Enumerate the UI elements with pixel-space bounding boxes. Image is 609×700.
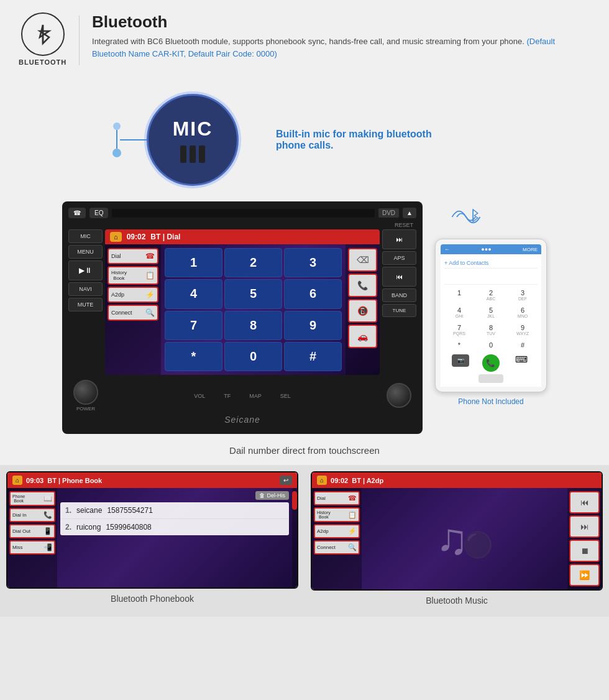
key-5[interactable]: 5 bbox=[224, 279, 282, 308]
bluetooth-icon-wrap: BLUETOOTH bbox=[19, 12, 66, 66]
phone-key-hash[interactable]: # bbox=[508, 339, 538, 351]
header-divider bbox=[79, 16, 80, 65]
contact-item-1[interactable]: 1. seicane 15875554271 bbox=[60, 502, 289, 519]
power-knob[interactable] bbox=[73, 380, 98, 405]
history-book-btn[interactable]: HistoryBook 📋 bbox=[108, 266, 158, 285]
phone-key-2[interactable]: 2ABC bbox=[476, 287, 506, 303]
music-dial-btn[interactable]: Dial ☎ bbox=[314, 491, 360, 505]
del-his-btn[interactable]: 🗑 Del-His bbox=[255, 491, 289, 500]
music-home-btn[interactable]: ⌂ bbox=[317, 476, 327, 485]
key-4[interactable]: 4 bbox=[165, 279, 222, 308]
menu-btn[interactable]: MENU bbox=[68, 245, 103, 259]
hangup-btn[interactable]: 📵 bbox=[348, 299, 377, 323]
key-1[interactable]: 1 bbox=[165, 248, 222, 277]
phonebook-content: 🗑 Del-His 1. seicane 15875554271 2. ruic… bbox=[57, 488, 292, 587]
unit-top-bar: ☎ EQ DVD ▲ bbox=[68, 208, 416, 218]
mute-btn[interactable]: MUTE bbox=[68, 298, 103, 311]
mic-bar-1 bbox=[180, 145, 186, 163]
mic-bar-2 bbox=[190, 145, 196, 163]
dial-in-btn[interactable]: Dial In 📞 bbox=[9, 508, 55, 522]
key-0[interactable]: 0 bbox=[224, 342, 282, 371]
phone-back-btn[interactable]: ☎ bbox=[68, 208, 86, 218]
dial-btn[interactable]: Dial ☎ bbox=[108, 248, 158, 264]
phone-bottom-btns: 📷 📞 ⌨ bbox=[444, 354, 538, 372]
screen-time: 09:02 bbox=[127, 233, 146, 241]
a2dp-btn[interactable]: A2dp ⚡ bbox=[108, 287, 158, 303]
page-title: Bluetooth bbox=[92, 12, 590, 32]
music-a2dp-btn[interactable]: A2dp ⚡ bbox=[314, 524, 360, 538]
aps-btn[interactable]: APS bbox=[382, 251, 416, 265]
key-6[interactable]: 6 bbox=[284, 279, 342, 308]
music-stop-btn[interactable]: ⏹ bbox=[569, 540, 600, 562]
phone-key-8[interactable]: 8TUV bbox=[476, 322, 506, 338]
phone-key-star[interactable]: * bbox=[444, 339, 474, 351]
phone-key-9[interactable]: 9WXYZ bbox=[508, 322, 538, 338]
play-pause-btn[interactable]: ▶⏸ bbox=[68, 260, 103, 280]
phone-add-contact[interactable]: + Add to Contacts bbox=[444, 258, 538, 269]
key-3[interactable]: 3 bbox=[284, 248, 342, 277]
phonebook-home-btn[interactable]: ⌂ bbox=[12, 476, 22, 485]
eq-btn[interactable]: EQ bbox=[89, 208, 108, 218]
tune-btn[interactable]: TUNE bbox=[382, 304, 416, 317]
answer-btn[interactable]: 📞 bbox=[348, 274, 377, 297]
car-btn[interactable]: 🚗 bbox=[348, 325, 377, 348]
phone-home-btn[interactable] bbox=[478, 374, 503, 383]
skip-back-btn[interactable]: ⏮ bbox=[382, 267, 416, 287]
navi-btn[interactable]: NAVI bbox=[68, 282, 103, 296]
bluetooth-circle bbox=[21, 12, 65, 56]
mic-bars bbox=[180, 145, 205, 163]
music-title-bar: ⌂ 09:02 BT | A2dp bbox=[312, 472, 602, 488]
phone-key-6[interactable]: 6MNO bbox=[508, 305, 538, 320]
header-section: BLUETOOTH Bluetooth Integrated with BC6 … bbox=[0, 0, 609, 75]
music-left: Dial ☎ HistoryBook 📋 A2dp ⚡ Connect 🔍 bbox=[312, 488, 362, 589]
mic-side-btn[interactable]: MIC bbox=[68, 229, 103, 243]
phone-mock-section: ← ●●● MORE + Add to Contacts 1 2ABC 3DEF… bbox=[435, 201, 547, 406]
phone-book-btn[interactable]: PhoneBook 📖 bbox=[9, 491, 55, 506]
bluetooth-icon bbox=[30, 22, 55, 47]
phone-key-0[interactable]: 0 bbox=[476, 339, 506, 351]
backspace-btn[interactable]: ⌫ bbox=[348, 248, 377, 272]
key-2[interactable]: 2 bbox=[224, 248, 282, 277]
music-prev-btn[interactable]: ⏮ bbox=[569, 491, 600, 513]
scroll-bar[interactable] bbox=[292, 488, 297, 587]
dial-out-icon: 📱 bbox=[44, 527, 52, 535]
phone-screen: + Add to Contacts 1 2ABC 3DEF 4GHI 5JKL … bbox=[441, 254, 541, 387]
phonebook-back-btn[interactable]: ↩ bbox=[280, 476, 292, 485]
music-right: ⏮ ⏭ ⏹ ⏩ bbox=[567, 488, 602, 589]
connect-btn[interactable]: Connect 🔍 bbox=[108, 305, 158, 321]
music-ff-btn[interactable]: ⏩ bbox=[569, 564, 600, 586]
dial-out-btn[interactable]: Dial Out 📱 bbox=[9, 524, 55, 538]
music-next-btn[interactable]: ⏭ bbox=[569, 515, 600, 538]
screen-title: BT | Dial bbox=[150, 233, 180, 241]
mic-section-inner: MIC Built-in mic for making bluetooth ph… bbox=[19, 81, 590, 198]
band-btn[interactable]: BAND bbox=[382, 288, 416, 302]
vol-label: VOL bbox=[194, 393, 205, 399]
phone-key-7[interactable]: 7PQRS bbox=[444, 322, 474, 338]
key-8[interactable]: 8 bbox=[224, 311, 282, 340]
contact-item-2[interactable]: 2. ruicong 15999640808 bbox=[60, 519, 289, 535]
phone-key-3[interactable]: 3DEF bbox=[508, 287, 538, 303]
key-star[interactable]: * bbox=[165, 342, 222, 371]
bluetooth-small-icon: ⚡ bbox=[145, 290, 155, 299]
screen-home-btn[interactable]: ⌂ bbox=[110, 232, 122, 242]
contact-list: 1. seicane 15875554271 2. ruicong 159996… bbox=[60, 502, 289, 535]
key-7[interactable]: 7 bbox=[165, 311, 222, 340]
music-connect-btn[interactable]: Connect 🔍 bbox=[314, 540, 360, 555]
phone-camera-btn[interactable]: 📷 bbox=[452, 354, 469, 367]
phone-key-1[interactable]: 1 bbox=[444, 287, 474, 303]
brand-area: Seicane bbox=[68, 414, 416, 428]
eject-btn[interactable]: ▲ bbox=[403, 208, 416, 218]
music-history-icon: 📋 bbox=[348, 511, 357, 519]
phone-key-5[interactable]: 5JKL bbox=[476, 305, 506, 320]
phone-key-4[interactable]: 4GHI bbox=[444, 305, 474, 320]
music-history-btn[interactable]: HistoryBook 📋 bbox=[314, 507, 360, 522]
phone-back-arrow: ← bbox=[444, 246, 450, 252]
vol-knob[interactable] bbox=[387, 383, 411, 408]
key-hash[interactable]: # bbox=[284, 342, 342, 371]
phone-call-btn[interactable]: 📞 bbox=[482, 354, 500, 372]
music-dial-icon: ☎ bbox=[348, 494, 357, 502]
skip-forward-btn[interactable]: ⏭ bbox=[382, 229, 416, 249]
key-9[interactable]: 9 bbox=[284, 311, 342, 340]
phone-display bbox=[444, 271, 538, 285]
miss-btn[interactable]: Miss 📲 bbox=[9, 540, 55, 555]
